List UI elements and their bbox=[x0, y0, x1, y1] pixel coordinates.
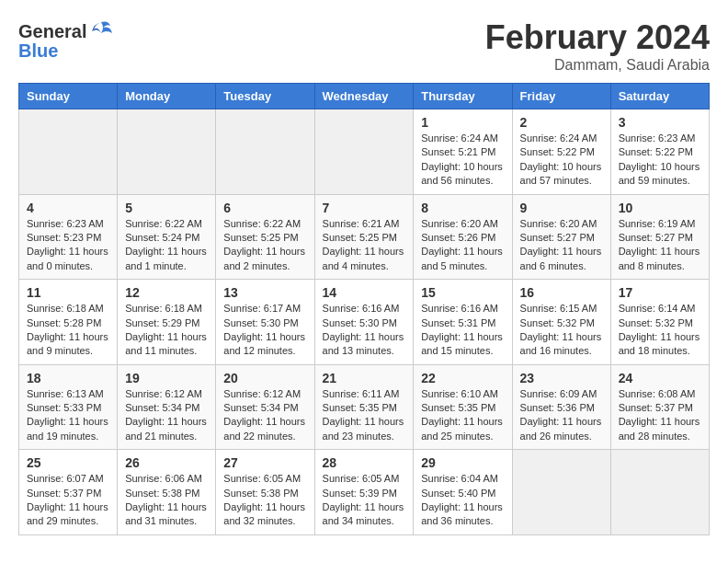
week-row-4: 18Sunrise: 6:13 AM Sunset: 5:33 PM Dayli… bbox=[19, 364, 710, 450]
weekday-header-tuesday: Tuesday bbox=[216, 84, 314, 109]
weekday-header-saturday: Saturday bbox=[610, 84, 709, 109]
calendar-cell: 10Sunrise: 6:19 AM Sunset: 5:27 PM Dayli… bbox=[610, 194, 709, 280]
day-number: 25 bbox=[27, 455, 109, 470]
day-info: Sunrise: 6:09 AM Sunset: 5:36 PM Dayligh… bbox=[520, 387, 603, 444]
day-info: Sunrise: 6:18 AM Sunset: 5:28 PM Dayligh… bbox=[27, 302, 109, 359]
calendar-cell bbox=[216, 109, 314, 195]
day-number: 1 bbox=[421, 115, 504, 130]
logo-bird-icon bbox=[88, 18, 114, 44]
calendar-cell: 25Sunrise: 6:07 AM Sunset: 5:37 PM Dayli… bbox=[19, 450, 118, 535]
day-info: Sunrise: 6:07 AM Sunset: 5:37 PM Dayligh… bbox=[27, 472, 109, 529]
day-info: Sunrise: 6:10 AM Sunset: 5:35 PM Dayligh… bbox=[421, 387, 504, 444]
calendar-cell: 23Sunrise: 6:09 AM Sunset: 5:36 PM Dayli… bbox=[512, 364, 610, 450]
week-row-3: 11Sunrise: 6:18 AM Sunset: 5:28 PM Dayli… bbox=[19, 280, 710, 365]
logo: General Blue bbox=[18, 18, 114, 62]
day-info: Sunrise: 6:20 AM Sunset: 5:26 PM Dayligh… bbox=[421, 217, 504, 274]
calendar-cell bbox=[610, 450, 709, 535]
day-info: Sunrise: 6:12 AM Sunset: 5:34 PM Dayligh… bbox=[125, 387, 208, 444]
calendar-title: February 2024 bbox=[485, 18, 710, 57]
day-number: 8 bbox=[421, 201, 504, 215]
calendar-cell: 1Sunrise: 6:24 AM Sunset: 5:21 PM Daylig… bbox=[414, 109, 512, 195]
day-info: Sunrise: 6:20 AM Sunset: 5:27 PM Dayligh… bbox=[520, 217, 603, 274]
calendar-cell: 20Sunrise: 6:12 AM Sunset: 5:34 PM Dayli… bbox=[216, 364, 314, 450]
day-number: 27 bbox=[223, 455, 306, 470]
day-number: 17 bbox=[619, 285, 701, 300]
day-info: Sunrise: 6:15 AM Sunset: 5:32 PM Dayligh… bbox=[520, 302, 603, 359]
day-number: 26 bbox=[125, 455, 208, 470]
calendar-cell: 9Sunrise: 6:20 AM Sunset: 5:27 PM Daylig… bbox=[512, 194, 610, 280]
calendar-location: Dammam, Saudi Arabia bbox=[485, 57, 710, 74]
week-row-1: 1Sunrise: 6:24 AM Sunset: 5:21 PM Daylig… bbox=[19, 109, 710, 195]
week-row-5: 25Sunrise: 6:07 AM Sunset: 5:37 PM Dayli… bbox=[19, 450, 710, 535]
day-number: 16 bbox=[520, 285, 603, 300]
calendar-cell: 28Sunrise: 6:05 AM Sunset: 5:39 PM Dayli… bbox=[314, 450, 414, 535]
day-number: 9 bbox=[520, 201, 603, 215]
calendar-cell: 3Sunrise: 6:23 AM Sunset: 5:22 PM Daylig… bbox=[610, 109, 709, 195]
calendar-cell: 12Sunrise: 6:18 AM Sunset: 5:29 PM Dayli… bbox=[118, 280, 216, 365]
day-number: 5 bbox=[125, 201, 208, 215]
calendar-cell: 14Sunrise: 6:16 AM Sunset: 5:30 PM Dayli… bbox=[314, 280, 414, 365]
calendar-cell: 24Sunrise: 6:08 AM Sunset: 5:37 PM Dayli… bbox=[610, 364, 709, 450]
calendar-table: SundayMondayTuesdayWednesdayThursdayFrid… bbox=[18, 83, 710, 535]
calendar-cell: 11Sunrise: 6:18 AM Sunset: 5:28 PM Dayli… bbox=[19, 280, 118, 365]
calendar-cell bbox=[314, 109, 414, 195]
calendar-cell: 27Sunrise: 6:05 AM Sunset: 5:38 PM Dayli… bbox=[216, 450, 314, 535]
weekday-header-row: SundayMondayTuesdayWednesdayThursdayFrid… bbox=[19, 84, 710, 109]
day-info: Sunrise: 6:21 AM Sunset: 5:25 PM Dayligh… bbox=[323, 217, 406, 274]
day-number: 18 bbox=[27, 371, 109, 385]
day-number: 20 bbox=[223, 371, 306, 385]
weekday-header-sunday: Sunday bbox=[19, 84, 118, 109]
day-number: 22 bbox=[421, 371, 504, 385]
calendar-cell bbox=[19, 109, 118, 195]
day-info: Sunrise: 6:06 AM Sunset: 5:38 PM Dayligh… bbox=[125, 472, 208, 529]
day-info: Sunrise: 6:19 AM Sunset: 5:27 PM Dayligh… bbox=[619, 217, 701, 274]
calendar-cell: 6Sunrise: 6:22 AM Sunset: 5:25 PM Daylig… bbox=[216, 194, 314, 280]
calendar-cell: 22Sunrise: 6:10 AM Sunset: 5:35 PM Dayli… bbox=[414, 364, 512, 450]
calendar-cell: 5Sunrise: 6:22 AM Sunset: 5:24 PM Daylig… bbox=[118, 194, 216, 280]
day-info: Sunrise: 6:18 AM Sunset: 5:29 PM Dayligh… bbox=[125, 302, 208, 359]
day-info: Sunrise: 6:24 AM Sunset: 5:22 PM Dayligh… bbox=[520, 132, 603, 189]
day-number: 12 bbox=[125, 285, 208, 300]
day-number: 29 bbox=[421, 455, 504, 470]
calendar-cell: 7Sunrise: 6:21 AM Sunset: 5:25 PM Daylig… bbox=[314, 194, 414, 280]
weekday-header-monday: Monday bbox=[118, 84, 216, 109]
day-number: 13 bbox=[223, 285, 306, 300]
day-number: 11 bbox=[27, 285, 109, 300]
title-section: February 2024 Dammam, Saudi Arabia bbox=[485, 18, 710, 74]
day-number: 15 bbox=[421, 285, 504, 300]
calendar-cell bbox=[512, 450, 610, 535]
calendar-cell: 21Sunrise: 6:11 AM Sunset: 5:35 PM Dayli… bbox=[314, 364, 414, 450]
week-row-2: 4Sunrise: 6:23 AM Sunset: 5:23 PM Daylig… bbox=[19, 194, 710, 280]
day-number: 14 bbox=[323, 285, 406, 300]
calendar-cell: 26Sunrise: 6:06 AM Sunset: 5:38 PM Dayli… bbox=[118, 450, 216, 535]
day-info: Sunrise: 6:12 AM Sunset: 5:34 PM Dayligh… bbox=[223, 387, 306, 444]
day-number: 4 bbox=[27, 201, 109, 215]
calendar-cell: 4Sunrise: 6:23 AM Sunset: 5:23 PM Daylig… bbox=[19, 194, 118, 280]
day-info: Sunrise: 6:24 AM Sunset: 5:21 PM Dayligh… bbox=[421, 132, 504, 189]
day-info: Sunrise: 6:13 AM Sunset: 5:33 PM Dayligh… bbox=[27, 387, 109, 444]
day-number: 3 bbox=[619, 115, 701, 130]
day-info: Sunrise: 6:23 AM Sunset: 5:22 PM Dayligh… bbox=[619, 132, 701, 189]
day-number: 7 bbox=[323, 201, 406, 215]
day-info: Sunrise: 6:16 AM Sunset: 5:30 PM Dayligh… bbox=[323, 302, 406, 359]
day-number: 10 bbox=[619, 201, 701, 215]
weekday-header-friday: Friday bbox=[512, 84, 610, 109]
calendar-cell: 8Sunrise: 6:20 AM Sunset: 5:26 PM Daylig… bbox=[414, 194, 512, 280]
calendar-cell: 15Sunrise: 6:16 AM Sunset: 5:31 PM Dayli… bbox=[414, 280, 512, 365]
day-number: 23 bbox=[520, 371, 603, 385]
day-number: 6 bbox=[223, 201, 306, 215]
calendar-cell: 18Sunrise: 6:13 AM Sunset: 5:33 PM Dayli… bbox=[19, 364, 118, 450]
calendar-cell: 19Sunrise: 6:12 AM Sunset: 5:34 PM Dayli… bbox=[118, 364, 216, 450]
calendar-cell: 16Sunrise: 6:15 AM Sunset: 5:32 PM Dayli… bbox=[512, 280, 610, 365]
logo-general-text: General bbox=[18, 21, 86, 42]
logo-blue-text: Blue bbox=[18, 40, 58, 62]
day-number: 21 bbox=[323, 371, 406, 385]
weekday-header-thursday: Thursday bbox=[414, 84, 512, 109]
day-number: 2 bbox=[520, 115, 603, 130]
calendar-cell: 13Sunrise: 6:17 AM Sunset: 5:30 PM Dayli… bbox=[216, 280, 314, 365]
calendar-cell bbox=[118, 109, 216, 195]
day-info: Sunrise: 6:22 AM Sunset: 5:25 PM Dayligh… bbox=[223, 217, 306, 274]
day-number: 28 bbox=[323, 455, 406, 470]
day-number: 19 bbox=[125, 371, 208, 385]
calendar-cell: 17Sunrise: 6:14 AM Sunset: 5:32 PM Dayli… bbox=[610, 280, 709, 365]
